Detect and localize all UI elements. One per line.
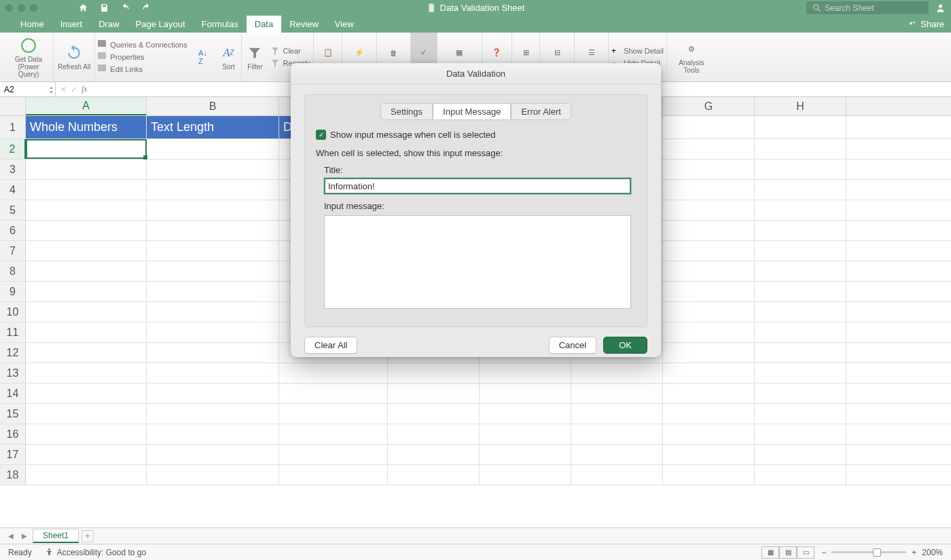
cell[interactable] (26, 363, 147, 383)
cell[interactable] (755, 180, 846, 200)
tab-home[interactable]: Home (12, 16, 52, 33)
cell[interactable] (480, 384, 571, 403)
cell[interactable] (388, 404, 480, 424)
cancel-button[interactable]: Cancel (549, 337, 596, 354)
row-header[interactable]: 5 (0, 200, 26, 220)
get-data-button[interactable]: Get Data (Power Query) (4, 33, 54, 81)
cell[interactable] (755, 302, 846, 322)
cell[interactable] (571, 445, 663, 464)
next-sheet-icon[interactable]: ▶ (19, 532, 30, 540)
accept-formula-icon[interactable]: ✓ (71, 85, 77, 94)
row-header[interactable]: 7 (0, 241, 26, 261)
cell[interactable] (147, 424, 279, 444)
cell[interactable] (26, 445, 147, 464)
row-header[interactable]: 18 (0, 465, 26, 485)
row-header[interactable]: 13 (0, 363, 26, 383)
zoom-slider[interactable] (831, 551, 906, 553)
cell[interactable] (147, 404, 279, 424)
cell[interactable] (279, 424, 388, 444)
column-header-g[interactable]: G (663, 97, 755, 115)
cell[interactable] (147, 465, 279, 485)
row-header[interactable]: 11 (0, 322, 26, 342)
cell[interactable] (26, 282, 147, 301)
cell[interactable] (147, 160, 279, 179)
cell[interactable] (571, 363, 663, 383)
input-message-textarea[interactable] (324, 215, 631, 309)
cell[interactable] (663, 424, 755, 444)
cell[interactable] (279, 465, 388, 485)
cell[interactable] (26, 241, 147, 261)
show-input-message-checkbox[interactable]: ✓ (316, 130, 326, 140)
window-controls[interactable] (5, 4, 37, 12)
cell[interactable] (663, 322, 755, 342)
minimize-icon[interactable] (18, 4, 25, 12)
filter-button[interactable]: Filter (242, 33, 268, 81)
cell[interactable] (147, 282, 279, 301)
cell[interactable] (663, 445, 755, 464)
user-icon[interactable] (935, 3, 946, 13)
row-header[interactable]: 6 (0, 221, 26, 240)
cell[interactable] (147, 200, 279, 220)
dialog-tab-settings[interactable]: Settings (380, 103, 433, 120)
properties-button[interactable]: Properties (98, 51, 187, 63)
page-break-view-icon[interactable]: ▭ (797, 546, 814, 559)
view-buttons[interactable]: ▦ ▤ ▭ (761, 546, 814, 559)
cell[interactable] (279, 404, 388, 424)
cell[interactable] (26, 424, 147, 444)
cell[interactable] (480, 404, 571, 424)
tab-formulas[interactable]: Formulas (194, 16, 247, 33)
cell[interactable] (26, 200, 147, 220)
cell[interactable] (663, 404, 755, 424)
cell[interactable] (755, 221, 846, 240)
cell[interactable] (663, 465, 755, 485)
show-detail-button[interactable]: +Show Detail (611, 45, 664, 57)
cell[interactable] (571, 424, 663, 444)
cell[interactable] (663, 180, 755, 200)
cell[interactable] (755, 343, 846, 362)
sheet-tab-1[interactable]: Sheet1 (33, 529, 79, 543)
cell[interactable] (279, 445, 388, 464)
cell[interactable] (663, 200, 755, 220)
home-icon[interactable] (78, 3, 88, 13)
row-header[interactable]: 4 (0, 180, 26, 200)
prev-sheet-icon[interactable]: ◀ (5, 532, 16, 540)
clear-filter-button[interactable]: Clear (270, 45, 310, 57)
cell[interactable] (663, 116, 755, 138)
cell[interactable] (663, 261, 755, 281)
cell[interactable] (755, 261, 846, 281)
normal-view-icon[interactable]: ▦ (761, 546, 779, 559)
row-header[interactable]: 8 (0, 261, 26, 281)
tab-view[interactable]: View (327, 16, 362, 33)
row-header[interactable]: 15 (0, 404, 26, 424)
column-header-h[interactable]: H (755, 97, 846, 115)
sort-az-button[interactable]: A↓Z (190, 33, 215, 81)
cell[interactable] (755, 445, 846, 464)
cell[interactable] (755, 424, 846, 444)
cell[interactable] (755, 241, 846, 261)
ok-button[interactable]: OK (603, 337, 647, 354)
cell[interactable] (663, 282, 755, 301)
row-header[interactable]: 17 (0, 445, 26, 464)
cell[interactable] (147, 241, 279, 261)
tab-review[interactable]: Review (281, 16, 327, 33)
cell[interactable] (26, 465, 147, 485)
row-header[interactable]: 14 (0, 384, 26, 403)
cell[interactable] (571, 404, 663, 424)
zoom-in-button[interactable]: + (912, 548, 916, 557)
tab-data[interactable]: Data (247, 16, 281, 33)
cell[interactable] (279, 384, 388, 403)
cell[interactable] (755, 139, 846, 159)
cell[interactable] (147, 343, 279, 362)
row-header[interactable]: 10 (0, 302, 26, 322)
cell[interactable] (755, 363, 846, 383)
cell[interactable] (663, 302, 755, 322)
cell[interactable] (663, 221, 755, 240)
cell[interactable] (755, 116, 846, 138)
row-header[interactable]: 1 (0, 116, 26, 138)
cell[interactable] (26, 139, 147, 159)
cell[interactable] (388, 363, 480, 383)
cell[interactable] (147, 302, 279, 322)
cell[interactable] (26, 322, 147, 342)
cell[interactable] (147, 261, 279, 281)
dialog-tab-input-message[interactable]: Input Message (433, 103, 511, 120)
